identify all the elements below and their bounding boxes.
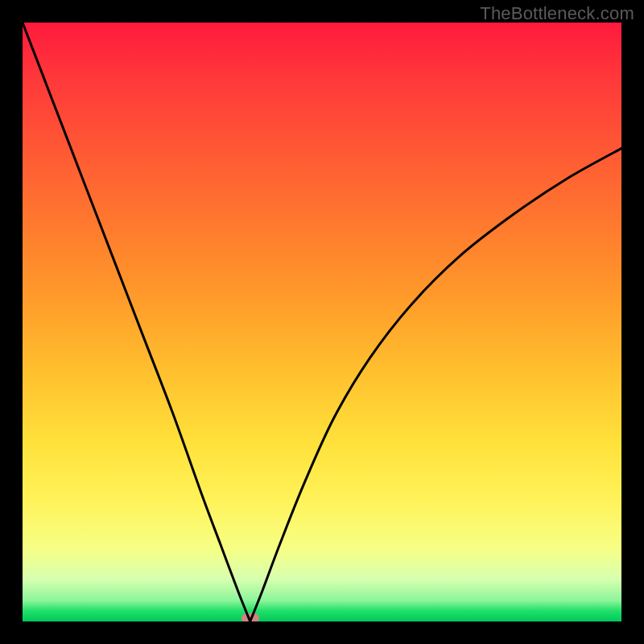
bottleneck-curve [23,23,621,621]
plot-area [23,23,621,621]
chart-frame: TheBottleneck.com [0,0,644,644]
watermark-text: TheBottleneck.com [480,3,634,24]
